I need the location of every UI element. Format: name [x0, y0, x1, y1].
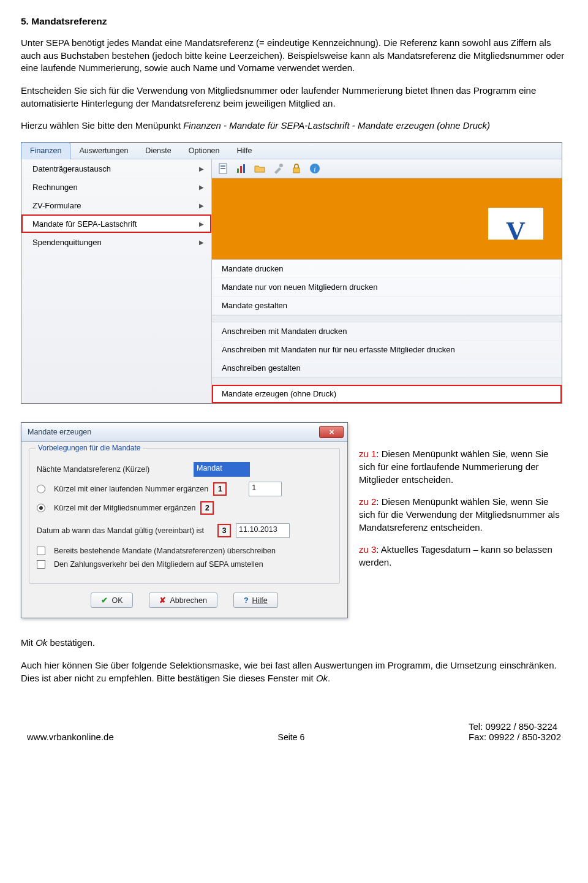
txt: bestätigen.	[47, 637, 95, 648]
cross-icon: ✘	[159, 596, 166, 605]
svg-rect-3	[237, 169, 239, 173]
side-notes: zu 1: Diesen Menüpunkt wählen Sie, wenn …	[359, 422, 567, 579]
paragraph-1: Unter SEPA benötigt jedes Mandat eine Ma…	[21, 37, 567, 75]
submenu-mandate-drucken[interactable]: Mandate drucken	[212, 260, 562, 278]
after-text-1: Mit Ok bestätigen.	[21, 637, 567, 650]
laufende-nummer-input[interactable]: 1	[249, 482, 282, 496]
ref-kuerzel-label: Nächte Mandatsreferenz (Kürzel)	[37, 465, 189, 474]
svg-rect-2	[221, 168, 225, 169]
radio-mitgliedsnummer[interactable]	[37, 504, 45, 512]
annotation-1: 1	[213, 482, 227, 496]
ref-kuerzel-input[interactable]: Mandat	[194, 462, 250, 477]
footer-fax: Fax: 09922 / 850-3202	[469, 732, 561, 742]
dropdown-spendenquittungen[interactable]: Spendenquittungen▶	[21, 233, 211, 251]
date-input[interactable]: 11.10.2013	[236, 523, 290, 538]
submenu-mandate-neu-drucken[interactable]: Mandate nur von neuen Mitgliedern drucke…	[212, 278, 562, 297]
dropdown-label: Mandate für SEPA-Lastschrift	[32, 219, 137, 229]
txt: Auch hier können Sie über folgende Selek…	[21, 660, 557, 683]
logo: V	[488, 208, 543, 240]
ok-button[interactable]: ✔OK	[91, 593, 133, 608]
toolbar: i	[212, 159, 562, 178]
submenu-mandate-gestalten[interactable]: Mandate gestalten	[212, 297, 562, 315]
dropdown-datentraeger[interactable]: Datenträgeraustausch▶	[21, 159, 211, 178]
btn-label: Abbrechen	[170, 596, 206, 605]
chevron-right-icon: ▶	[199, 202, 204, 209]
dropdown-label: Datenträgeraustausch	[32, 164, 111, 173]
radio-laufende-nummer[interactable]	[37, 485, 45, 493]
mandate-submenu: Mandate drucken Mandate nur von neuen Mi…	[212, 259, 562, 403]
question-icon: ?	[244, 596, 249, 605]
txt: Ok	[316, 673, 328, 683]
dropdown-zvformulare[interactable]: ZV-Formulare▶	[21, 196, 211, 214]
content-area: V	[212, 178, 562, 259]
menu-bar: Finanzen Auswertungen Dienste Optionen H…	[21, 143, 562, 159]
paragraph-3-text: Hierzu wählen Sie bitte den Menüpunkt	[21, 120, 183, 131]
date-label: Datum ab wann das Mandat gültig (vereinb…	[37, 526, 204, 535]
footer-tel: Tel: 09922 / 850-3224	[469, 721, 561, 732]
txt: .	[328, 673, 330, 683]
menu-hilfe[interactable]: Hilfe	[228, 143, 260, 159]
paragraph-3-menupath: Finanzen - Mandate für SEPA-Lastschrift …	[183, 120, 490, 131]
submenu-anschreiben-neu-drucken[interactable]: Anschreiben mit Mandaten nur für neu erf…	[212, 341, 562, 359]
finanzen-dropdown: Datenträgeraustausch▶ Rechnungen▶ ZV-For…	[21, 159, 212, 403]
annotation-2: 2	[200, 501, 214, 515]
check-icon: ✔	[101, 596, 108, 605]
dropdown-mandate-sepa[interactable]: Mandate für SEPA-Lastschrift▶	[21, 214, 211, 233]
opt1-label: Kürzel mit einer laufenden Nummer ergänz…	[54, 485, 208, 493]
close-icon: ✕	[329, 428, 334, 436]
footer-contact: Tel: 09922 / 850-3224 Fax: 09922 / 850-3…	[469, 721, 561, 742]
svg-rect-4	[240, 166, 242, 173]
chevron-right-icon: ▶	[199, 239, 204, 246]
btn-label: OK	[111, 596, 123, 605]
submenu-anschreiben-gestalten[interactable]: Anschreiben gestalten	[212, 359, 562, 377]
info-icon[interactable]: i	[309, 162, 321, 175]
note-zu2: : Diesen Menüpunkt wählen Sie, wenn Sie …	[359, 496, 560, 532]
mandate-erzeugen-dialog: Mandate erzeugen ✕ Vorbelegungen für die…	[21, 422, 348, 618]
checkbox-sepa-umstellen[interactable]	[37, 560, 45, 569]
cancel-button[interactable]: ✘Abbrechen	[149, 593, 217, 608]
chk2-label: Den Zahlungsverkehr bei den Mitgliedern …	[54, 560, 263, 569]
dropdown-label: ZV-Formulare	[32, 201, 81, 210]
submenu-mandate-erzeugen[interactable]: Mandate erzeugen (ohne Druck)	[212, 385, 562, 403]
opt2-label: Kürzel mit der Mitgliedsnummer ergänzen	[54, 504, 195, 512]
vorbelegungen-group: Vorbelegungen für die Mandate Nächte Man…	[29, 448, 340, 584]
tools-icon[interactable]	[272, 162, 284, 175]
svg-rect-5	[243, 164, 245, 173]
svg-rect-7	[293, 168, 300, 173]
dropdown-label: Rechnungen	[32, 183, 78, 192]
page-footer: www.vrbankonline.de Seite 6 Tel: 09922 /…	[21, 694, 567, 742]
menu-optionen[interactable]: Optionen	[180, 143, 228, 159]
txt: Ok	[36, 637, 47, 648]
after-text-2: Auch hier können Sie über folgende Selek…	[21, 659, 567, 684]
group-label: Vorbelegungen für die Mandate	[36, 444, 143, 452]
help-button[interactable]: ?Hilfe	[233, 593, 278, 608]
note-zu2-head: zu 2	[359, 496, 376, 507]
svg-point-6	[279, 164, 283, 167]
chevron-right-icon: ▶	[199, 221, 204, 227]
folder-icon[interactable]	[254, 162, 266, 175]
svg-rect-1	[221, 165, 225, 167]
note-zu3-head: zu 3	[359, 544, 376, 555]
menu-auswertungen[interactable]: Auswertungen	[70, 143, 137, 159]
paragraph-2: Entscheiden Sie sich für die Verwendung …	[21, 85, 567, 110]
paragraph-3: Hierzu wählen Sie bitte den Menüpunkt Fi…	[21, 119, 567, 132]
note-zu1-head: zu 1	[359, 449, 376, 459]
submenu-anschreiben-drucken[interactable]: Anschreiben mit Mandaten drucken	[212, 322, 562, 341]
txt: Mit	[21, 637, 36, 648]
dropdown-rechnungen[interactable]: Rechnungen▶	[21, 178, 211, 196]
menu-finanzen[interactable]: Finanzen	[21, 142, 70, 159]
footer-url: www.vrbankonline.de	[27, 732, 114, 742]
note-zu1: : Diesen Menüpunkt wählen Sie, wenn Sie …	[359, 449, 548, 484]
close-button[interactable]: ✕	[319, 426, 344, 438]
btn-label: Hilfe	[252, 596, 268, 605]
chevron-right-icon: ▶	[199, 184, 204, 191]
checkbox-ueberschreiben[interactable]	[37, 547, 45, 555]
lock-icon[interactable]	[290, 162, 303, 175]
menu-screenshot: Finanzen Auswertungen Dienste Optionen H…	[21, 142, 562, 404]
dropdown-label: Spendenquittungen	[32, 238, 102, 247]
chart-icon[interactable]	[235, 162, 247, 175]
doc-icon[interactable]	[217, 162, 229, 175]
footer-page: Seite 6	[278, 732, 305, 742]
svg-text:i: i	[314, 165, 315, 173]
menu-dienste[interactable]: Dienste	[137, 143, 179, 159]
